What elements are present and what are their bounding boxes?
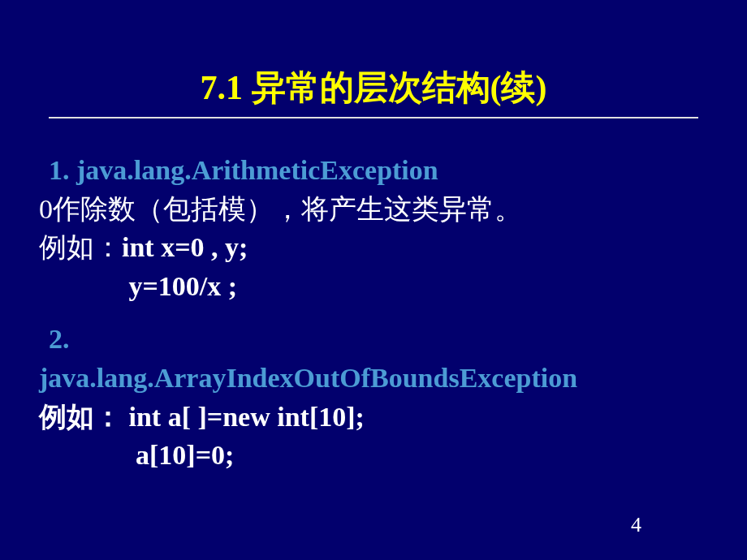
item-2-exception: java.lang.ArrayIndexOutOfBoundsException — [39, 359, 715, 398]
code-line-3: int a[ ]=new int[10]; — [122, 402, 365, 432]
example-label: 例如： — [39, 232, 122, 262]
code-line-4: a[10]=0; — [39, 436, 715, 475]
page-number: 4 — [631, 513, 641, 537]
item-1-heading: 1. java.lang.ArithmeticException — [39, 151, 715, 190]
code-line-1: int x=0 , y; — [122, 232, 248, 262]
item-2-number: 2. — [39, 320, 715, 359]
slide: 7.1 异常的层次结构(续) 1. java.lang.ArithmeticEx… — [0, 0, 747, 560]
item-2-example: 例如： int a[ ]=new int[10]; — [39, 398, 715, 437]
slide-content: 1. java.lang.ArithmeticException 0作除数（包括… — [32, 151, 715, 475]
example-label-2: 例如： — [39, 402, 122, 432]
title-divider — [49, 117, 698, 118]
item-1-example: 例如：int x=0 , y; — [39, 228, 715, 267]
code-line-2: y=100/x ; — [39, 267, 715, 306]
slide-title: 7.1 异常的层次结构(续) — [32, 65, 715, 110]
item-1-description: 0作除数（包括模），将产生这类异常。 — [39, 190, 715, 229]
